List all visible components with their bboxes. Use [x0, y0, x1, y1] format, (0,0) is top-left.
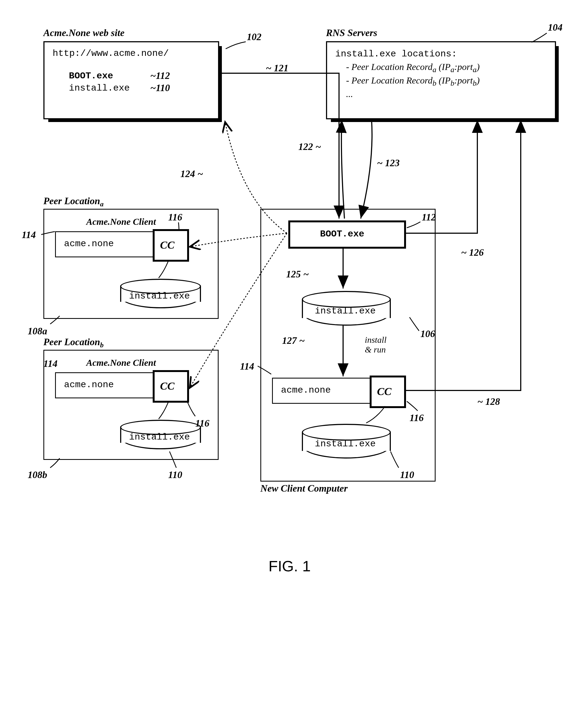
ref-112: ~112	[150, 70, 170, 81]
peerA-acme: acme.none	[64, 239, 114, 249]
ref-108a: 108a	[28, 325, 47, 337]
lbl-128: ~ 128	[477, 396, 500, 407]
ref-114b: 114	[43, 358, 57, 369]
peerA-box: Acme.None Client acme.none CC install.ex…	[43, 209, 219, 319]
peerA-cyl-label: install.exe	[126, 291, 193, 301]
rns-box: install.exe locations: - Peer Location R…	[326, 41, 556, 119]
lbl-127: 127 ~	[282, 335, 305, 346]
website-url: http://www.acme.none/	[53, 48, 169, 58]
ref-110: ~110	[150, 82, 170, 94]
website-title: Acme.None web site	[43, 27, 125, 39]
rns-title: RNS Servers	[326, 27, 377, 39]
peerA-cc: CC	[160, 239, 174, 251]
ref-106: 106	[420, 328, 435, 339]
newclient-cc-box: CC	[370, 376, 406, 408]
lbl-123: ~ 123	[377, 157, 400, 169]
peerA-acme-box: acme.none	[55, 231, 154, 257]
newclient-acme-box: acme.none	[272, 378, 371, 404]
boot-label: BOOT.exe	[320, 229, 364, 239]
figure-label: FIG. 1	[269, 557, 311, 575]
ref-102: 102	[247, 31, 262, 43]
ref-114nc: 114	[240, 361, 254, 372]
ref-104: 104	[548, 22, 562, 33]
peerB-client-title: Acme.None Client	[86, 358, 156, 368]
ref-108b: 108b	[28, 469, 47, 480]
peerB-acme: acme.none	[64, 380, 114, 390]
cyl1-label: install.exe	[307, 306, 383, 316]
peerB-box: Acme.None Client acme.none CC install.ex…	[43, 350, 219, 460]
peerA-title: Peer Locationa	[43, 195, 104, 208]
ref-110nc: 110	[400, 469, 414, 480]
cyl2-label: install.exe	[307, 439, 383, 449]
ref-116b: 116	[195, 418, 210, 429]
diagram-canvas: http://www.acme.none/ BOOT.exe install.e…	[11, 11, 577, 694]
lbl-122: 122 ~	[298, 141, 321, 152]
newclient-title: New Client Computer	[260, 483, 348, 494]
peerB-cyl-label: install.exe	[126, 432, 193, 442]
peerA-cc-box: CC	[153, 229, 189, 262]
lbl-125: 125 ~	[286, 269, 309, 280]
ref-116a: 116	[168, 211, 182, 223]
rns-header-text: install.exe locations:	[335, 49, 457, 59]
newclient-acme: acme.none	[281, 385, 331, 395]
website-file1: BOOT.exe	[69, 71, 113, 81]
rns-header: install.exe locations:	[335, 48, 457, 59]
peerA-client-title: Acme.None Client	[86, 217, 156, 227]
lbl-124: 124 ~	[180, 168, 203, 180]
peerB-cc-box: CC	[153, 370, 189, 403]
lbl-126: ~ 126	[461, 247, 484, 258]
peerB-cc: CC	[160, 380, 174, 392]
ref-116nc: 116	[410, 412, 424, 424]
peerB-acme-box: acme.none	[55, 372, 154, 398]
website-box: http://www.acme.none/ BOOT.exe install.e…	[43, 41, 219, 119]
ref-114a: 114	[22, 229, 36, 240]
newclient-cc: CC	[377, 385, 391, 398]
rns-line3: ...	[346, 89, 353, 99]
peerB-title: Peer Locationb	[43, 336, 104, 349]
lbl-121: ~ 121	[266, 62, 288, 74]
rns-line2: - Peer Location Recordb (IPb:portb)	[346, 76, 480, 88]
boot-box: BOOT.exe	[288, 221, 406, 249]
ref-112nc: 112	[422, 211, 436, 223]
ref-110b: 110	[168, 469, 182, 480]
website-file2: install.exe	[69, 83, 130, 93]
rns-line1: - Peer Location Recorda (IPa:porta)	[346, 62, 480, 74]
install-run-label: install& run	[365, 335, 387, 355]
